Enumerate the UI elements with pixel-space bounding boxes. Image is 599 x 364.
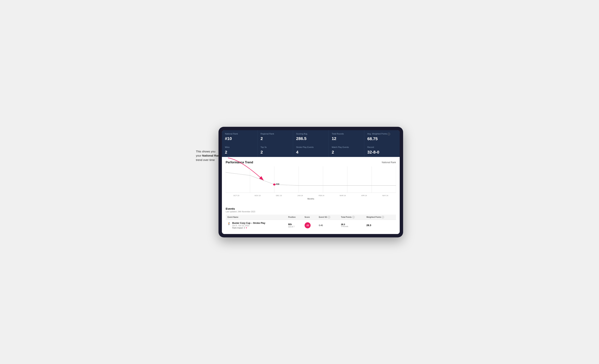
annotation-text: This shows you your National Rank trend … xyxy=(196,149,228,162)
chart-x-labels: OCT 23 NOV 23 DEC 23 JAN 24 FEB 24 MAR 2… xyxy=(226,194,396,197)
th-event-name: Event Name xyxy=(226,215,286,220)
stat-stroke-play-events: Stroke Play Events 4 xyxy=(293,143,328,157)
chart-data-point: #10 xyxy=(276,183,279,185)
stats-header-row2: Wins 2 Top 3s 2 Stroke Play Events 4 Mat… xyxy=(222,143,400,157)
events-table: Event Name Position Score Event SG xyxy=(226,215,396,231)
info-icon-total-points: i xyxy=(352,216,355,218)
stat-regional-rank: Regional Rank 2 xyxy=(257,130,293,144)
svg-point-9 xyxy=(273,183,276,185)
national-rank-label: National Rank xyxy=(382,161,396,164)
stat-record: Record 32-8-0 xyxy=(364,143,400,157)
stat-national-rank: National Rank #10 xyxy=(222,130,257,144)
event-date: Oct 9 - Oct 10, 2023 xyxy=(232,225,265,227)
performance-title: Performance Trend xyxy=(226,161,253,164)
events-table-header: Event Name Position Score Event SG xyxy=(226,215,396,220)
info-icon-avg-weighted: i xyxy=(388,133,390,135)
event-name-cell: 🏌 Buster Cozy Cup – Stroke Play Oct 9 - … xyxy=(226,220,286,231)
stat-match-play-events: Match Play Events 2 xyxy=(329,143,364,157)
events-title: Events xyxy=(226,207,396,210)
th-total-points: Total Points i xyxy=(339,215,364,220)
th-event-sg: Event SG i xyxy=(317,215,339,220)
content-area: Performance Trend National Rank xyxy=(222,157,400,204)
table-row: 🏌 Buster Cozy Cup – Stroke Play Oct 9 - … xyxy=(226,220,396,231)
th-position: Position xyxy=(286,215,303,220)
event-sg-cell: 0.45 xyxy=(317,220,339,231)
event-icon: 🏌 xyxy=(228,222,231,225)
score-cell: -22 xyxy=(303,220,317,231)
weighted-points-cell: 28.3 xyxy=(364,220,396,231)
stat-top3s: Top 3s 2 xyxy=(257,143,293,157)
performance-chart: #10 xyxy=(226,166,396,193)
tablet-device: National Rank #10 Regional Rank 2 Scorin… xyxy=(219,127,403,237)
stat-total-rounds: Total Rounds 12 xyxy=(329,130,364,144)
rank-direction-icon: ▼ xyxy=(246,227,247,229)
th-score: Score xyxy=(303,215,317,220)
total-points-cell: 28.3 3 Rounds xyxy=(339,220,364,231)
stats-header-row1: National Rank #10 Regional Rank 2 Scorin… xyxy=(222,130,400,144)
events-section: Events Last updated: 24th November 2023 … xyxy=(222,204,400,234)
stat-scoring-avg: Scoring Avg. 286.5 xyxy=(293,130,328,144)
performance-header: Performance Trend National Rank xyxy=(226,161,396,164)
outer-wrapper: This shows you your National Rank trend … xyxy=(196,127,403,237)
position-cell: 6th out of 7 xyxy=(286,220,303,231)
chart-x-title: Months xyxy=(226,198,396,200)
stat-avg-weighted-points: Avg. Weighted Points i 68.75 xyxy=(364,130,400,144)
events-last-updated: Last updated: 24th November 2023 xyxy=(226,211,396,213)
tablet-screen: National Rank #10 Regional Rank 2 Scorin… xyxy=(222,130,400,234)
score-badge: -22 xyxy=(305,222,311,228)
info-icon-weighted-points: i xyxy=(382,216,384,218)
th-weighted-points: Weighted Points i xyxy=(364,215,396,220)
info-icon-event-sg: i xyxy=(328,216,330,218)
rank-impact: Rank Impact: 3 ▼ xyxy=(232,227,265,229)
event-name: Buster Cozy Cup – Stroke Play xyxy=(232,222,265,224)
chart-svg xyxy=(226,166,396,193)
